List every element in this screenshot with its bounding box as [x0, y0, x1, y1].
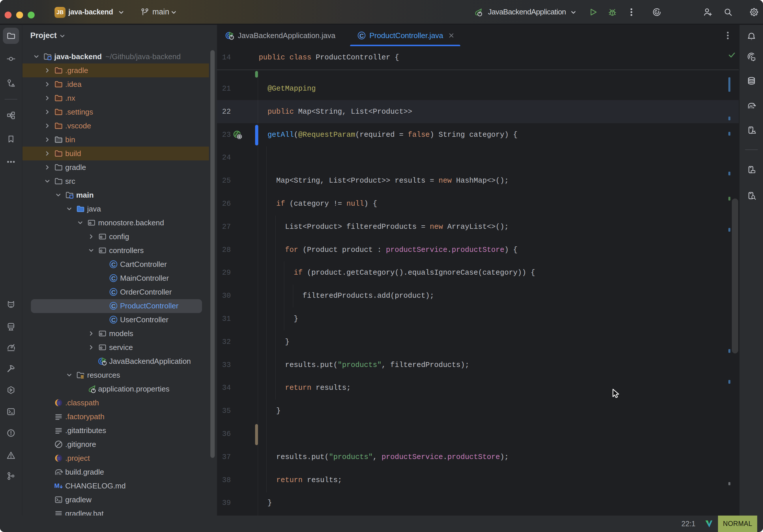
svg-text:C: C [359, 32, 364, 39]
svg-text:C: C [111, 261, 115, 268]
svg-text:M: M [54, 482, 59, 489]
svg-text:C: C [111, 303, 115, 309]
svg-text:C: C [111, 289, 115, 295]
svg-text:C: C [111, 275, 115, 281]
svg-text:C: C [111, 316, 115, 323]
